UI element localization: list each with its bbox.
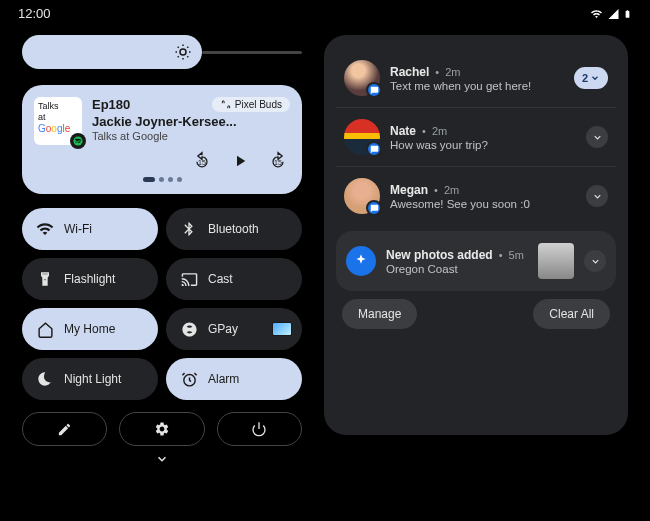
notif-time: 5m [509,249,524,261]
notification-item[interactable]: Rachel•2m Text me when you get here! 2 [336,49,616,107]
chevron-down-icon [592,132,603,143]
rewind-15-button[interactable]: 15 [192,151,212,171]
notification-panel: Rachel•2m Text me when you get here! 2 N… [324,35,628,435]
power-icon [251,421,267,437]
home-icon [36,321,54,338]
brightness-slider[interactable] [22,35,302,69]
signal-status-icon [607,8,620,20]
media-album-art: Talks at Google [34,97,82,145]
notification-item[interactable]: Nate•2m How was your trip? [336,107,616,166]
photos-title: New photos added [386,248,493,262]
tile-wifi[interactable]: Wi-Fi [22,208,158,250]
tile-label: Bluetooth [208,222,259,236]
gear-icon [154,421,170,437]
wifi-status-icon [589,8,604,20]
tile-myhome[interactable]: My Home [22,308,158,350]
messages-app-icon [366,82,382,98]
spotify-icon [70,133,86,149]
tile-gpay[interactable]: GPay [166,308,302,350]
notification-item[interactable]: Megan•2m Awesome! See you soon :0 [336,166,616,225]
tile-flashlight[interactable]: Flashlight [22,258,158,300]
expand-button[interactable] [586,126,608,148]
moon-icon [36,371,54,387]
tile-cast[interactable]: Cast [166,258,302,300]
avatar [344,178,380,214]
power-button[interactable] [217,412,302,446]
clock: 12:00 [18,6,51,21]
bluetooth-icon [180,221,198,237]
tile-label: Alarm [208,372,239,386]
chevron-down-icon [590,73,600,83]
notif-message: Awesome! See you soon :0 [390,198,576,210]
tile-label: Cast [208,272,233,286]
media-card[interactable]: Talks at Google Ep180 Pixel Buds [22,85,302,194]
battery-status-icon [623,7,632,21]
notif-message: Text me when you get here! [390,80,564,92]
tile-label: Flashlight [64,272,115,286]
media-source: Talks at Google [92,130,290,142]
gpay-icon [180,321,198,338]
edit-tiles-button[interactable] [22,412,107,446]
tile-bluetooth[interactable]: Bluetooth [166,208,302,250]
pencil-icon [57,422,72,437]
brightness-icon [174,43,192,61]
notif-time: 2m [445,66,460,78]
flashlight-icon [36,271,54,287]
tile-label: Wi-Fi [64,222,92,236]
settings-button[interactable] [119,412,204,446]
cast-icon [180,271,198,288]
output-device-chip[interactable]: Pixel Buds [212,97,290,112]
notif-time: 2m [432,125,447,137]
svg-point-0 [180,49,186,55]
expand-button[interactable] [586,185,608,207]
clear-all-button[interactable]: Clear All [533,299,610,329]
status-icons [589,7,632,21]
manage-button[interactable]: Manage [342,299,417,329]
media-title: Jackie Joyner-Kersee... [92,114,290,129]
messages-app-icon [366,141,382,157]
tile-label: My Home [64,322,115,336]
photos-app-icon [346,246,376,276]
expand-handle[interactable] [22,452,302,466]
sender-name: Megan [390,183,428,197]
tile-alarm[interactable]: Alarm [166,358,302,400]
tile-label: GPay [208,322,238,336]
avatar [344,60,380,96]
photos-subtitle: Oregon Coast [386,263,528,275]
media-episode: Ep180 [92,97,130,112]
notif-count-pill[interactable]: 2 [574,67,608,89]
messages-app-icon [366,200,382,216]
expand-button[interactable] [584,250,606,272]
tile-nightlight[interactable]: Night Light [22,358,158,400]
chevron-down-icon [592,191,603,202]
tile-label: Night Light [64,372,121,386]
media-pager [34,177,290,182]
play-button[interactable] [230,151,250,171]
earbuds-icon [220,99,231,110]
photos-notification[interactable]: New photos added•5m Oregon Coast [336,231,616,291]
avatar [344,119,380,155]
chevron-down-icon [151,452,173,466]
alarm-icon [180,371,198,388]
forward-15-button[interactable]: 15 [268,151,288,171]
wifi-icon [36,220,54,238]
notif-time: 2m [444,184,459,196]
chevron-down-icon [590,256,601,267]
notif-message: How was your trip? [390,139,576,151]
sender-name: Nate [390,124,416,138]
card-thumbnail [272,322,292,336]
sender-name: Rachel [390,65,429,79]
photo-thumbnail [538,243,574,279]
